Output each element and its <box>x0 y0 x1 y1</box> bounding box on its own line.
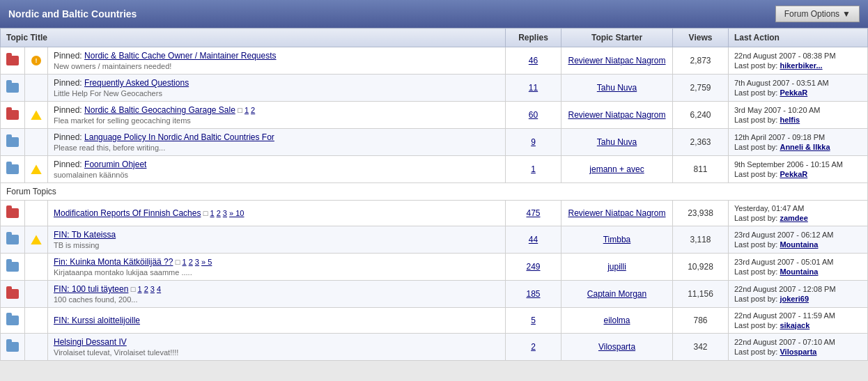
last-post-user-link[interactable]: zamdee <box>780 214 807 222</box>
last-post-by: Last post by: Mountaina <box>734 240 862 249</box>
topic-starter-link[interactable]: Timbba <box>603 235 631 244</box>
last-post-user-link[interactable]: PekkaR <box>780 88 807 97</box>
replies-link[interactable]: 2 <box>531 342 536 352</box>
topic-title-link[interactable]: Modification Reports Of Finnish Caches <box>54 208 201 218</box>
last-action-date: Yesterday, 01:47 AM <box>734 204 862 212</box>
topic-views: 11,156 <box>673 281 729 308</box>
last-post-user-link[interactable]: hikerbiker... <box>780 61 822 70</box>
page-num-link[interactable]: 4 <box>157 285 161 293</box>
topic-title-link[interactable]: Fin: Kuinka Monta Kätköilijää ?? <box>54 257 173 267</box>
page-num-link[interactable]: 3 <box>195 258 199 266</box>
topic-starter-link[interactable]: jupilli <box>607 262 626 272</box>
topic-title-link[interactable]: FIN: Kurssi aloittelijoille <box>54 316 140 325</box>
last-post-user-link[interactable]: Mountaina <box>780 267 818 276</box>
table-row: Helsingi Dessant IVVirolaiset tulevat, V… <box>1 334 868 361</box>
folder-hot-icon <box>6 289 19 299</box>
topic-starter-link[interactable]: jemann + avec <box>589 164 644 174</box>
replies-link[interactable]: 9 <box>531 137 536 147</box>
page-num-link[interactable]: 1 <box>245 106 249 114</box>
page-num-link[interactable]: 1 <box>137 285 141 293</box>
topic-starter: jemann + avec <box>561 156 673 183</box>
last-post-user-link[interactable]: jokeri69 <box>780 295 809 303</box>
last-post-user-link[interactable]: sikajack <box>780 321 809 329</box>
col-replies: Replies <box>506 29 561 47</box>
replies-link[interactable]: 185 <box>526 289 540 299</box>
replies-link[interactable]: 11 <box>529 83 538 93</box>
last-post-user-link[interactable]: Anneli & Ilkka <box>780 143 830 151</box>
page-numbers: □ 1 2 3 » 10 <box>203 209 245 217</box>
topic-warn-cell <box>25 201 48 226</box>
replies-link[interactable]: 249 <box>526 262 540 272</box>
topic-icon-cell <box>1 308 25 334</box>
page-numbers: □ 1 2 3 4 <box>131 285 161 293</box>
topic-icon-cell <box>1 254 25 281</box>
topic-replies: 44 <box>506 226 561 254</box>
folder-icon <box>6 235 19 244</box>
last-post-user-link[interactable]: helfis <box>780 116 800 124</box>
topic-last-action: 22nd August 2007 - 11:59 AM Last post by… <box>729 308 868 334</box>
page-num-link[interactable]: 2 <box>144 285 148 293</box>
table-row: Pinned: Frequently Asked QuestionsLittle… <box>1 75 868 102</box>
page-num-link[interactable]: 1 <box>182 258 186 266</box>
topic-views: 811 <box>673 156 729 183</box>
last-action-date: 22nd August 2007 - 12:08 PM <box>734 285 862 293</box>
topic-starter-link[interactable]: Reviewer Niatpac Nagrom <box>568 110 665 120</box>
page-num-link[interactable]: 2 <box>217 209 221 217</box>
replies-link[interactable]: 46 <box>529 56 538 65</box>
page-num-link[interactable]: 2 <box>189 258 193 266</box>
topic-title-link[interactable]: Foorumin Ohjeet <box>84 160 146 169</box>
topic-starter: eilolma <box>561 308 673 334</box>
page-num-link[interactable]: 3 <box>223 209 227 217</box>
topic-replies: 46 <box>506 47 561 75</box>
topic-title-link[interactable]: Language Policy In Nordic And Baltic Cou… <box>84 132 274 142</box>
table-row: Pinned: Foorumin Ohjeetsuomalainen käänn… <box>1 156 868 183</box>
topic-title-cell: FIN: 100 tuli täyteen □ 1 2 3 4100 cache… <box>48 281 506 308</box>
topic-icon-cell <box>1 334 25 361</box>
more-pages-link[interactable]: » 5 <box>201 258 212 266</box>
topic-starter-link[interactable]: Captain Morgan <box>587 289 646 299</box>
topic-subtitle: New owners / maintainers needed! <box>54 62 499 70</box>
topic-title-link[interactable]: Frequently Asked Questions <box>84 78 189 88</box>
more-pages-link[interactable]: » 10 <box>229 209 244 217</box>
page-num-link[interactable]: 3 <box>150 285 155 293</box>
topic-starter-link[interactable]: Vilosparta <box>598 342 635 352</box>
replies-link[interactable]: 60 <box>529 110 538 120</box>
forum-options-button[interactable]: Forum Options ▼ <box>775 6 860 22</box>
topic-replies: 475 <box>506 201 561 226</box>
topic-icon-cell <box>1 75 25 102</box>
topic-title-link[interactable]: FIN: 100 tuli täyteen <box>54 284 128 294</box>
replies-link[interactable]: 44 <box>529 235 538 244</box>
last-post-user-link[interactable]: Vilosparta <box>780 348 816 356</box>
page-num-link[interactable]: 1 <box>210 209 214 217</box>
topic-title-link[interactable]: Nordic & Baltic Geocaching Garage Sale <box>84 105 235 115</box>
topic-title-link[interactable]: Nordic & Baltic Cache Owner / Maintainer… <box>84 51 276 61</box>
last-post-user-link[interactable]: PekkaR <box>780 170 807 178</box>
topic-replies: 11 <box>506 75 561 102</box>
topic-last-action: 12th April 2007 - 09:18 PM Last post by:… <box>729 129 868 156</box>
col-views: Views <box>673 29 729 47</box>
replies-link[interactable]: 5 <box>531 316 536 325</box>
replies-link[interactable]: 475 <box>526 208 540 218</box>
topic-subtitle: suomalainen käännös <box>54 171 499 179</box>
topic-starter-link[interactable]: Tahu Nuva <box>597 137 637 147</box>
topic-views: 3,118 <box>673 226 729 254</box>
topic-title-link[interactable]: FIN: Tb Kateissa <box>54 230 116 240</box>
replies-link[interactable]: 1 <box>531 164 536 174</box>
topic-replies: 249 <box>506 254 561 281</box>
topic-title-cell: Pinned: Nordic & Baltic Cache Owner / Ma… <box>48 47 506 75</box>
topic-starter-link[interactable]: Reviewer Niatpac Nagrom <box>568 208 665 218</box>
topic-starter-link[interactable]: eilolma <box>603 316 630 325</box>
last-post-by: Last post by: Anneli & Ilkka <box>734 143 862 151</box>
topic-starter: Vilosparta <box>561 334 673 361</box>
forum-topics-section: Modification Reports Of Finnish Caches □… <box>1 201 868 361</box>
topic-views: 2,873 <box>673 47 729 75</box>
pin-icon: ! <box>31 56 41 65</box>
topic-title-link[interactable]: Helsingi Dessant IV <box>54 337 127 347</box>
last-post-user-link[interactable]: Mountaina <box>780 240 818 249</box>
topic-starter-link[interactable]: Tahu Nuva <box>597 83 637 93</box>
page-num-link[interactable]: 2 <box>251 106 255 114</box>
topic-replies: 1 <box>506 156 561 183</box>
col-topic-title: Topic Title <box>1 29 506 47</box>
topic-views: 23,938 <box>673 201 729 226</box>
topic-starter-link[interactable]: Reviewer Niatpac Nagrom <box>568 56 665 65</box>
